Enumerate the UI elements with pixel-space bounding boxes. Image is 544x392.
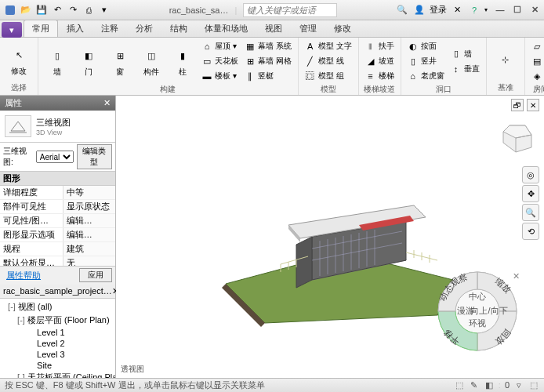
- status-design-options-icon[interactable]: ◧: [484, 380, 495, 391]
- tree-item[interactable]: Level 1: [2, 327, 114, 338]
- tree-item[interactable]: Level 3: [2, 349, 114, 360]
- ribbon-ramp[interactable]: ◢坡道: [364, 54, 396, 68]
- ribbon-wall2[interactable]: ▯墙: [449, 47, 481, 61]
- instance-selector[interactable]: Aerial: [36, 151, 74, 163]
- ribbon-shaft[interactable]: ▯竖井: [406, 54, 446, 68]
- tree-item[interactable]: [-] 视图 (all): [2, 300, 114, 314]
- application-button[interactable]: ▾: [2, 22, 22, 38]
- print-icon[interactable]: ⎙: [82, 3, 96, 17]
- ribbon-curtain[interactable]: ▦幕墙 系统: [243, 39, 293, 53]
- project-browser-tree[interactable]: [-] 视图 (all)[-] 楼层平面 (Floor Plan) Level …: [0, 299, 115, 379]
- help-icon[interactable]: ?: [467, 3, 481, 17]
- props-row[interactable]: 图形显示选项编辑…: [0, 228, 115, 242]
- cursor-icon: ↖: [9, 46, 28, 65]
- maximize-button[interactable]: ☐: [511, 4, 524, 16]
- exchange-icon[interactable]: ✕: [450, 3, 464, 17]
- open-icon[interactable]: 📂: [19, 3, 33, 17]
- ribbon-floor[interactable]: ▬楼板 ▾: [200, 69, 240, 83]
- tree-item[interactable]: [-] 天花板平面 (Ceiling Plan): [2, 371, 114, 379]
- tab-2[interactable]: 注释: [92, 20, 127, 37]
- ribbon-text[interactable]: A模型 文字: [303, 39, 354, 53]
- ribbon-group[interactable]: ⿴模型 组: [303, 69, 354, 83]
- steering-close-icon[interactable]: ✕: [513, 271, 520, 281]
- props-row[interactable]: 详细程度中等: [0, 186, 115, 200]
- props-row[interactable]: 部件可见性显示原状态: [0, 200, 115, 214]
- props-row[interactable]: 可见性/图…编辑…: [0, 214, 115, 228]
- props-row[interactable]: 默认分析显…无: [0, 256, 115, 266]
- properties-grid: 图形详细程度中等部件可见性显示原状态可见性/图…编辑…图形显示选项编辑…规程建筑…: [0, 172, 115, 266]
- curtain-icon: ▦: [245, 41, 256, 52]
- ribbon-stair[interactable]: ≡楼梯: [364, 69, 396, 83]
- close-button[interactable]: ✕: [528, 4, 541, 16]
- ceiling-icon: ▭: [201, 56, 212, 67]
- ribbon-dormer[interactable]: ⌂老虎窗: [406, 69, 446, 83]
- ribbon-rail[interactable]: ⫴扶手: [364, 39, 396, 53]
- view-close-icon[interactable]: ✕: [527, 99, 539, 111]
- redo-icon[interactable]: ↷: [66, 3, 80, 17]
- ribbon-wall[interactable]: ▯墙: [43, 47, 71, 76]
- wall2-icon: ▯: [451, 49, 462, 60]
- save-icon[interactable]: 💾: [34, 3, 49, 17]
- ribbon-tag[interactable]: ◈标记 ▾: [530, 69, 544, 83]
- tree-toggle-icon[interactable]: [-]: [8, 302, 16, 311]
- tree-item[interactable]: [-] 楼层平面 (Floor Plan): [2, 314, 114, 327]
- ramp-icon: ◢: [365, 56, 376, 67]
- panel-close-icon[interactable]: ✕: [103, 98, 111, 108]
- tab-6[interactable]: 视图: [256, 20, 291, 37]
- nav-orbit-icon[interactable]: ⟲: [522, 223, 539, 240]
- view-restore-icon[interactable]: 🗗: [511, 99, 524, 111]
- ribbon-ceiling[interactable]: ▭天花板: [200, 54, 240, 68]
- undo-icon[interactable]: ↶: [50, 3, 64, 17]
- search-input[interactable]: [243, 3, 337, 17]
- props-row[interactable]: 规程建筑: [0, 242, 115, 256]
- qat-dropdown-icon[interactable]: ▾: [97, 3, 111, 17]
- view-canvas[interactable]: 🗗 ✕ ◎ ✥ 🔍 ⟲: [116, 96, 544, 378]
- login-icon[interactable]: 👤: [412, 3, 426, 17]
- app-menu-icon[interactable]: [3, 3, 17, 17]
- status-worksets-icon[interactable]: ⬚: [454, 380, 465, 391]
- minimize-button[interactable]: —: [494, 4, 506, 16]
- ribbon-byface[interactable]: ◐按面: [406, 39, 446, 53]
- tab-1[interactable]: 插入: [58, 20, 92, 37]
- ribbon-column[interactable]: ▮柱: [169, 47, 197, 76]
- ribbon-door[interactable]: ◧门: [74, 47, 103, 76]
- ribbon-cursor[interactable]: ↖修改: [5, 46, 33, 75]
- ribbon-grid[interactable]: ⊞幕墙 网格: [243, 54, 293, 68]
- login-label[interactable]: 登录: [430, 4, 447, 16]
- tree-toggle-icon[interactable]: [-]: [17, 315, 25, 325]
- tree-item[interactable]: Level 2: [2, 338, 114, 349]
- viewcube[interactable]: [499, 119, 535, 155]
- tab-8[interactable]: 修改: [325, 20, 360, 37]
- infocenter-search-icon[interactable]: 🔍: [395, 3, 409, 17]
- tree-toggle-icon[interactable]: [-]: [17, 372, 25, 379]
- ribbon-group-3: ⫴扶手◢坡道≡楼梯楼梯坡道: [359, 38, 401, 95]
- tree-item[interactable]: Site: [2, 360, 114, 371]
- tab-3[interactable]: 分析: [127, 20, 161, 37]
- steering-wheel[interactable]: 缩放 回放 平移 动态观察 中心 向上/向下 漫游 环视 ✕: [434, 268, 520, 354]
- tab-0[interactable]: 常用: [24, 20, 58, 37]
- ribbon-component[interactable]: ◫构件: [137, 47, 165, 76]
- status-filter-icon[interactable]: ▿: [513, 380, 524, 391]
- apply-button[interactable]: 应用: [79, 268, 112, 282]
- nav-wheel-icon[interactable]: ◎: [522, 166, 539, 183]
- nav-pan-icon[interactable]: ✥: [522, 185, 539, 202]
- ribbon: ↖修改选择▯墙◧门⊞窗◫构件▮柱⌂屋顶 ▾▭天花板▬楼板 ▾▦幕墙 系统⊞幕墙 …: [0, 38, 544, 96]
- ribbon-roof[interactable]: ⌂屋顶 ▾: [200, 39, 240, 53]
- edit-type-button[interactable]: 编辑类型: [77, 144, 112, 169]
- ribbon-line[interactable]: ╱模型 线: [303, 54, 354, 68]
- type-selector[interactable]: 三维视图 3D View: [0, 111, 115, 143]
- tab-7[interactable]: 管理: [291, 20, 325, 37]
- ribbon-vert[interactable]: ↕垂直: [449, 62, 481, 76]
- ribbon-window[interactable]: ⊞窗: [106, 47, 134, 76]
- status-editable-icon[interactable]: ✎: [469, 380, 480, 391]
- nav-zoom-icon[interactable]: 🔍: [522, 204, 539, 221]
- props-section[interactable]: 图形: [0, 172, 115, 186]
- status-select-icon[interactable]: ⬚: [528, 380, 539, 391]
- ribbon-mullion[interactable]: ∥竖梃: [243, 69, 293, 83]
- ribbon-legend[interactable]: ▤图例: [530, 54, 544, 68]
- tab-4[interactable]: 结构: [161, 20, 196, 37]
- tab-5[interactable]: 体量和场地: [196, 20, 256, 37]
- ribbon-datum[interactable]: ⊹: [491, 50, 520, 71]
- properties-help-link[interactable]: 属性帮助: [3, 268, 44, 283]
- ribbon-area[interactable]: ▱面积 ▾: [530, 39, 544, 53]
